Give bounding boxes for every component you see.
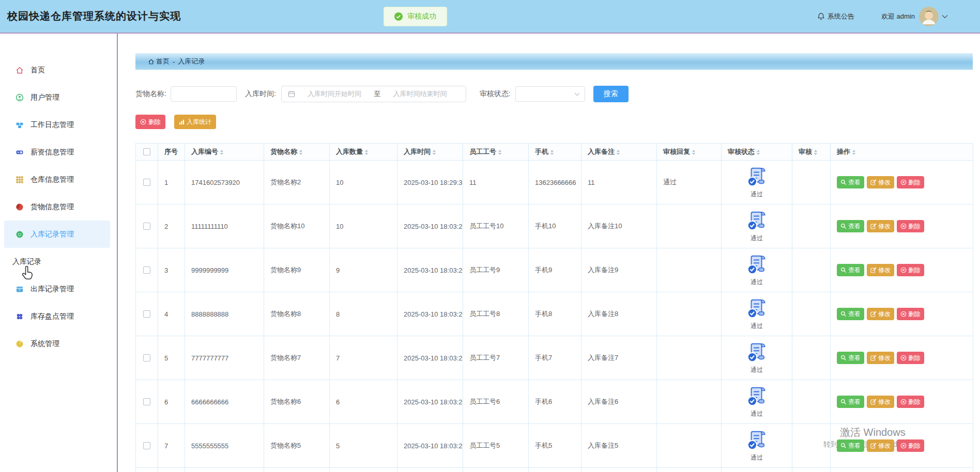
cell-audit-reply: 通过 xyxy=(657,161,722,204)
outbound-icon xyxy=(16,285,24,293)
column-header[interactable]: 操作 xyxy=(831,144,973,161)
sidebar-item-warehouse[interactable]: 仓库信息管理 xyxy=(4,166,110,193)
column-header[interactable]: 审核 xyxy=(792,144,831,161)
delete-button[interactable]: 删除 xyxy=(897,352,924,364)
edit-button[interactable]: 修改 xyxy=(867,439,894,452)
column-header[interactable]: 入库编号 xyxy=(185,144,264,161)
sidebar-item-worklog[interactable]: 工作日志管理 xyxy=(4,111,110,138)
audit-status: 通过 xyxy=(722,386,792,418)
row-checkbox[interactable] xyxy=(143,354,150,361)
delete-button[interactable]: 删除 xyxy=(897,220,924,232)
breadcrumb-home-link[interactable]: 首页 xyxy=(148,57,170,66)
sidebar-item-outbound[interactable]: 出库记录管理 xyxy=(4,275,110,303)
sort-caret[interactable] xyxy=(692,150,695,155)
user-icon xyxy=(16,93,24,102)
filter-row: 货物名称: 入库时间: 入库时间开始时间 至 入库时间结束时间 审核状态: 搜索 xyxy=(135,86,980,102)
row-checkbox[interactable] xyxy=(143,398,150,405)
column-header[interactable]: 审核状态 xyxy=(722,144,792,161)
circle-x-icon xyxy=(900,399,907,405)
row-checkbox[interactable] xyxy=(143,442,150,449)
sidebar-subitem-inbound-records[interactable]: 入库记录 xyxy=(0,248,117,275)
edit-button[interactable]: 修改 xyxy=(867,264,894,276)
sidebar-item-users[interactable]: 用户管理 xyxy=(4,84,110,111)
column-header[interactable]: 入库备注 xyxy=(581,144,657,161)
time-range-picker[interactable]: 入库时间开始时间 至 入库时间结束时间 xyxy=(281,86,466,102)
goods-name-input[interactable] xyxy=(171,86,237,102)
select-all-checkbox[interactable] xyxy=(143,148,150,155)
inbound-stats-button[interactable]: 入库统计 xyxy=(174,115,216,129)
sort-caret[interactable] xyxy=(852,150,855,155)
sort-caret[interactable] xyxy=(220,150,223,155)
row-checkbox[interactable] xyxy=(143,223,150,230)
edit-button[interactable]: 修改 xyxy=(867,352,894,364)
sidebar-item-home[interactable]: 首页 xyxy=(4,56,110,84)
sort-caret[interactable] xyxy=(433,150,436,155)
edit-button[interactable]: 修改 xyxy=(867,308,894,320)
row-checkbox[interactable] xyxy=(143,179,150,186)
sort-caret[interactable] xyxy=(365,150,368,155)
view-button[interactable]: 查看 xyxy=(837,176,864,188)
audit-status: 通过 xyxy=(722,342,792,374)
cell-index: 7 xyxy=(158,424,185,468)
edit-button[interactable]: 修改 xyxy=(867,220,894,232)
view-button[interactable]: 查看 xyxy=(837,396,864,408)
sort-caret[interactable] xyxy=(814,150,817,155)
system-announcement-link[interactable]: 系统公告 xyxy=(817,12,854,21)
view-button[interactable]: 查看 xyxy=(837,264,864,276)
delete-button[interactable]: 删除 xyxy=(897,396,924,408)
sort-caret[interactable] xyxy=(757,150,760,155)
sidebar-item-salary[interactable]: 薪资信息管理 xyxy=(4,138,110,166)
column-header[interactable]: 手机 xyxy=(529,144,581,161)
circle-x-icon xyxy=(900,355,907,361)
audit-status-select[interactable] xyxy=(515,86,585,102)
cell-inbound-time: 2025-03-10 18:03:26 xyxy=(397,204,463,248)
cell-remark: 入库备注5 xyxy=(581,424,657,468)
cell-inbound-code: 6666666666 xyxy=(185,380,264,424)
sidebar-item-inventory[interactable]: 库存盘点管理 xyxy=(4,303,110,330)
bulk-delete-button[interactable]: 删除 xyxy=(135,115,165,129)
delete-button[interactable]: 删除 xyxy=(897,308,924,320)
sidebar-item-goods[interactable]: 货物信息管理 xyxy=(4,193,110,221)
sort-caret[interactable] xyxy=(498,150,501,155)
delete-button[interactable]: 删除 xyxy=(897,439,924,452)
delete-button[interactable]: 删除 xyxy=(897,264,924,276)
cell-audit-reply xyxy=(657,336,722,380)
sort-caret[interactable] xyxy=(299,150,302,155)
row-checkbox[interactable] xyxy=(143,310,150,318)
view-button[interactable]: 查看 xyxy=(837,439,864,452)
view-button[interactable]: 查看 xyxy=(837,308,864,320)
column-header[interactable]: 审核回复 xyxy=(657,144,722,161)
cell-audit-reply xyxy=(657,248,722,292)
view-button[interactable]: 查看 xyxy=(837,352,864,364)
column-header[interactable]: 入库时间 xyxy=(397,144,463,161)
time-range-to: 至 xyxy=(374,89,380,99)
cell-remark: 入库备注9 xyxy=(581,248,657,292)
cell-quantity: 10 xyxy=(330,161,397,204)
delete-button[interactable]: 删除 xyxy=(897,176,924,188)
edit-button[interactable]: 修改 xyxy=(867,396,894,408)
cell-phone: 手机9 xyxy=(529,248,581,292)
cell-phone: 手机5 xyxy=(529,424,581,468)
column-header[interactable]: 货物名称 xyxy=(264,144,330,161)
edit-button[interactable]: 修改 xyxy=(867,176,894,188)
sort-caret[interactable] xyxy=(617,150,620,155)
search-button[interactable]: 搜索 xyxy=(593,86,629,102)
cell-phone: 手机7 xyxy=(529,336,581,380)
row-checkbox[interactable] xyxy=(143,266,150,274)
sort-caret[interactable] xyxy=(550,150,554,155)
chevron-down-icon[interactable] xyxy=(942,14,948,19)
column-header[interactable]: 员工工号 xyxy=(463,144,529,161)
view-button[interactable]: 查看 xyxy=(837,220,864,232)
audit-status-label: 通过 xyxy=(751,234,763,243)
column-header[interactable]: 序号 xyxy=(158,144,185,161)
column-header[interactable]: 入库数量 xyxy=(330,144,397,161)
circle-x-icon xyxy=(900,311,907,317)
sidebar-item-system[interactable]: 系统管理 xyxy=(4,330,110,357)
calendar-icon xyxy=(288,90,295,98)
home-icon xyxy=(148,58,155,65)
avatar[interactable] xyxy=(919,7,939,26)
cell-employee-id: 员工工号9 xyxy=(463,248,529,292)
sidebar-item-inbound[interactable]: 入库记录管理 xyxy=(4,221,110,248)
cell-audit xyxy=(792,380,831,424)
cell-index: 4 xyxy=(158,292,185,336)
